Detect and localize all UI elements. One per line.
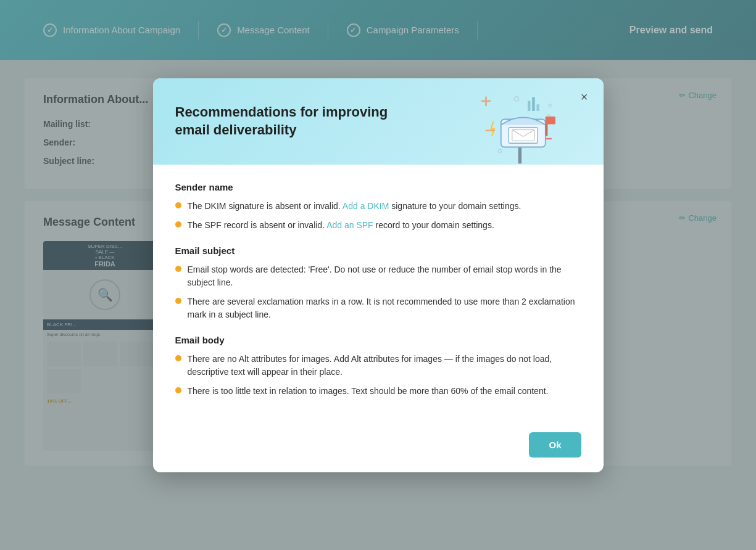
email-body-heading: Email body <box>175 335 581 345</box>
add-dkim-link[interactable]: Add a DKIM <box>343 201 389 211</box>
email-subject-list: Email stop words are detected: 'Free'. D… <box>175 263 581 321</box>
modal-title: Recommendations for improving email deli… <box>175 97 410 139</box>
rec-dkim-text: The DKIM signature is absent or invalid.… <box>188 200 521 213</box>
modal-body: Sender name The DKIM signature is absent… <box>153 165 604 424</box>
svg-rect-16 <box>536 104 539 111</box>
svg-point-12 <box>498 149 501 152</box>
svg-rect-9 <box>512 129 534 141</box>
svg-point-13 <box>548 104 551 107</box>
bullet-icon-6 <box>175 387 181 393</box>
svg-rect-15 <box>532 97 535 111</box>
rec-item-alt: There are no Alt attributes for images. … <box>175 353 581 379</box>
sender-name-section: Sender name The DKIM signature is absent… <box>175 182 581 232</box>
recommendations-modal: Recommendations for improving email deli… <box>153 78 604 472</box>
sender-name-heading: Sender name <box>175 182 581 192</box>
bullet-icon-3 <box>175 266 181 272</box>
email-body-section: Email body There are no Alt attributes f… <box>175 335 581 398</box>
rec-item-dkim: The DKIM signature is absent or invalid.… <box>175 200 581 213</box>
ok-button[interactable]: Ok <box>529 432 581 458</box>
email-subject-heading: Email subject <box>175 245 581 256</box>
modal-header: Recommendations for improving email deli… <box>153 78 604 165</box>
rec-stopwords-text: Email stop words are detected: 'Free'. D… <box>188 263 581 289</box>
rec-item-spf: The SPF record is absent or invalid. Add… <box>175 219 581 232</box>
svg-rect-11 <box>545 117 555 125</box>
modal-close-button[interactable]: × <box>575 88 594 107</box>
rec-spf-text: The SPF record is absent or invalid. Add… <box>188 219 494 232</box>
rec-item-text-ratio: There is too little text in relation to … <box>175 385 581 398</box>
sender-name-list: The DKIM signature is absent or invalid.… <box>175 200 581 232</box>
bullet-icon-4 <box>175 298 181 304</box>
bullet-icon <box>175 202 181 208</box>
modal-footer: Ok <box>153 424 604 472</box>
add-spf-link[interactable]: Add an SPF <box>326 220 373 230</box>
rec-alt-text: There are no Alt attributes for images. … <box>188 353 581 379</box>
modal-illustration <box>449 84 573 171</box>
email-subject-section: Email subject Email stop words are detec… <box>175 245 581 321</box>
svg-rect-14 <box>528 101 531 110</box>
rec-text-ratio-text: There is too little text in relation to … <box>188 385 549 398</box>
bullet-icon-5 <box>175 355 181 361</box>
rec-exclamation-text: There are several exclamation marks in a… <box>188 295 581 321</box>
rec-item-exclamation: There are several exclamation marks in a… <box>175 295 581 321</box>
svg-point-2 <box>514 96 518 101</box>
email-body-list: There are no Alt attributes for images. … <box>175 353 581 398</box>
bullet-icon-2 <box>175 221 181 228</box>
modal-overlay: Recommendations for improving email deli… <box>0 0 756 550</box>
rec-item-stopwords: Email stop words are detected: 'Free'. D… <box>175 263 581 289</box>
